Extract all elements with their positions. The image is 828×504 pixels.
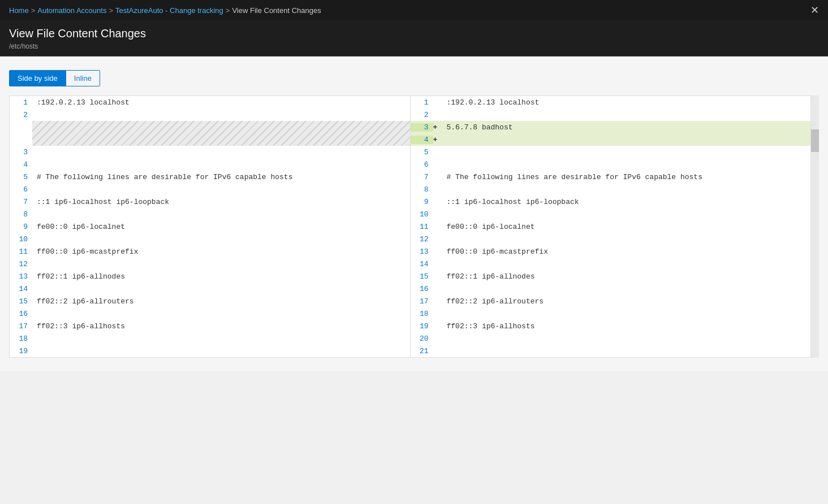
side-by-side-button[interactable]: Side by side <box>9 70 66 86</box>
right-diff-line: 20 <box>411 332 811 345</box>
line-content: ff00::0 ip6-mcastprefix <box>32 247 410 256</box>
left-diff-line: 12 <box>10 258 410 270</box>
breadcrumb-change-tracking[interactable]: TestAzureAuto - Change tracking <box>115 6 223 15</box>
line-number: 3 <box>10 148 32 157</box>
left-diff-line: 19 <box>10 345 410 357</box>
page-title: View File Content Changes <box>9 27 819 40</box>
line-content: ff00::0 ip6-mcastprefix <box>442 247 811 256</box>
line-content: fe00::0 ip6-localnet <box>32 223 410 231</box>
left-diff-line: 15ff02::2 ip6-allrouters <box>10 295 410 307</box>
right-diff-line: 8 <box>411 183 811 195</box>
page-subtitle: /etc/hosts <box>9 42 819 50</box>
line-number: 1 <box>411 98 433 107</box>
line-marker: + <box>433 136 442 144</box>
line-content: ff02::2 ip6-allrouters <box>442 297 811 306</box>
line-content: :192.0.2.13 localhost <box>32 98 410 107</box>
line-content: # The following lines are desirable for … <box>32 173 410 181</box>
hatch-content <box>32 121 410 146</box>
line-content: :192.0.2.13 localhost <box>442 98 811 107</box>
line-number: 15 <box>10 297 32 306</box>
left-diff-line: 14 <box>10 283 410 295</box>
line-number: 8 <box>411 185 433 194</box>
line-number: 10 <box>10 235 32 244</box>
content-area: Side by side Inline 1:192.0.2.13 localho… <box>0 57 828 371</box>
line-content: fe00::0 ip6-localnet <box>442 223 811 231</box>
right-diff-line: 21 <box>411 345 811 357</box>
line-number: 16 <box>411 285 433 293</box>
breadcrumb-automation-accounts[interactable]: Automation Accounts <box>37 6 106 15</box>
line-content: ff02::1 ip6-allnodes <box>32 272 410 281</box>
line-number: 18 <box>411 310 433 318</box>
line-number: 14 <box>10 285 32 293</box>
left-diff-line: 8 <box>10 208 410 220</box>
breadcrumb-current: View File Content Changes <box>232 6 321 15</box>
left-diff-line: 4 <box>10 158 410 171</box>
hatch-line <box>10 121 410 146</box>
left-diff-line: 11ff00::0 ip6-mcastprefix <box>10 245 410 258</box>
right-panel: 1:192.0.2.13 localhost23+5.6.7.8 badhost… <box>411 96 811 357</box>
right-diff-line: 4+ <box>411 133 811 146</box>
line-number: 10 <box>411 210 433 219</box>
line-number: 1 <box>10 98 32 107</box>
line-number: 9 <box>10 223 32 231</box>
left-diff-line: 13ff02::1 ip6-allnodes <box>10 270 410 283</box>
right-diff-line: 12 <box>411 233 811 245</box>
line-number: 20 <box>411 334 433 343</box>
left-diff-line: 7::1 ip6-localhost ip6-loopback <box>10 195 410 208</box>
line-number: 12 <box>10 260 32 268</box>
diff-container: 1:192.0.2.13 localhost2345# The followin… <box>9 95 811 358</box>
right-diff-line: 18 <box>411 307 811 320</box>
line-number: 4 <box>10 160 32 169</box>
line-content: ff02::2 ip6-allrouters <box>32 297 410 306</box>
line-number: 19 <box>411 322 433 331</box>
left-diff-line: 1:192.0.2.13 localhost <box>10 96 410 108</box>
breadcrumb: Home > Automation Accounts > TestAzureAu… <box>9 6 321 15</box>
diff-wrapper: 1:192.0.2.13 localhost2345# The followin… <box>9 95 819 358</box>
line-content: ::1 ip6-localhost ip6-loopback <box>442 198 811 206</box>
top-bar: Home > Automation Accounts > TestAzureAu… <box>0 0 828 20</box>
left-diff-line: 17ff02::3 ip6-allhosts <box>10 320 410 332</box>
right-diff-line: 3+5.6.7.8 badhost <box>411 121 811 133</box>
line-number: 19 <box>10 347 32 355</box>
right-diff-line: 10 <box>411 208 811 220</box>
line-number: 7 <box>10 198 32 206</box>
right-diff-line: 11fe00::0 ip6-localnet <box>411 220 811 233</box>
right-diff-line: 9::1 ip6-localhost ip6-loopback <box>411 195 811 208</box>
right-diff-line: 6 <box>411 158 811 171</box>
right-diff-line: 7# The following lines are desirable for… <box>411 171 811 183</box>
line-number: 12 <box>411 235 433 244</box>
line-content: 5.6.7.8 badhost <box>442 123 811 132</box>
line-number: 16 <box>10 310 32 318</box>
breadcrumb-home[interactable]: Home <box>9 6 29 15</box>
scrollbar-thumb[interactable] <box>811 129 819 152</box>
breadcrumb-sep2: > <box>109 6 113 15</box>
line-number: 11 <box>10 247 32 256</box>
right-diff-line: 16 <box>411 283 811 295</box>
line-number: 7 <box>411 173 433 181</box>
line-number: 13 <box>411 247 433 256</box>
line-number: 18 <box>10 334 32 343</box>
line-number: 6 <box>10 185 32 194</box>
breadcrumb-sep1: > <box>31 6 36 15</box>
breadcrumb-sep3: > <box>226 6 230 15</box>
left-diff-line: 6 <box>10 183 410 195</box>
scrollbar-track[interactable] <box>811 95 819 358</box>
left-diff-line: 2 <box>10 108 410 121</box>
right-diff-line: 1:192.0.2.13 localhost <box>411 96 811 108</box>
line-content: ff02::3 ip6-allhosts <box>442 322 811 331</box>
line-number: 2 <box>10 111 32 119</box>
line-content: ff02::3 ip6-allhosts <box>32 322 410 331</box>
header: View File Content Changes /etc/hosts <box>0 20 828 57</box>
line-number: 2 <box>411 111 433 119</box>
line-number: 5 <box>411 148 433 157</box>
left-diff-line: 3 <box>10 146 410 158</box>
inline-button[interactable]: Inline <box>66 70 100 86</box>
line-number: 11 <box>411 223 433 231</box>
line-number: 14 <box>411 260 433 268</box>
left-diff-line: 18 <box>10 332 410 345</box>
left-diff-line: 16 <box>10 307 410 320</box>
right-diff-line: 5 <box>411 146 811 158</box>
line-number: 17 <box>10 322 32 331</box>
line-number: 13 <box>10 272 32 281</box>
close-button[interactable]: ✕ <box>810 5 819 15</box>
